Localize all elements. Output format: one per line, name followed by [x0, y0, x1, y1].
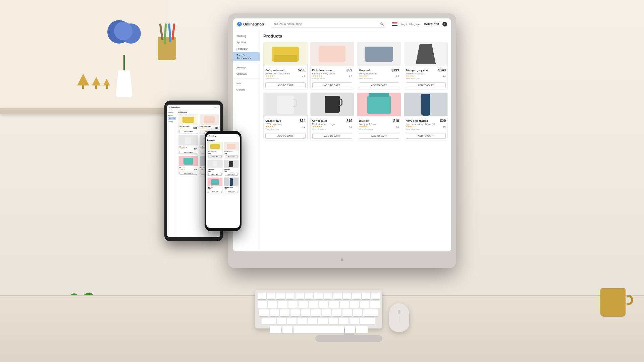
product-info-coffee-mug: Coffee mug $19 Modest plastic design ★★★…	[311, 116, 354, 132]
tablet-img-duvet	[200, 115, 219, 125]
add-to-cart-mug[interactable]: ADD TO CART	[265, 133, 306, 139]
product-stars: ★★★★★	[312, 125, 322, 128]
tablet-sidebar-tees[interactable]: Tees & Acc	[168, 117, 176, 120]
tree-trunk	[82, 85, 84, 89]
phone-price-mug: $14	[208, 170, 222, 172]
cart-badge[interactable]: 2	[442, 22, 447, 26]
add-to-cart-sofa[interactable]: ADD TO CART	[265, 82, 306, 88]
product-stars: ★★★★☆	[265, 75, 275, 77]
key	[298, 318, 307, 325]
product-card-duvet: Pink duvet cover $59 Fashion & cosy text…	[310, 42, 355, 90]
add-to-cart-grey-sofa[interactable]: ADD TO CART	[359, 82, 399, 88]
phone-product-info-sofa: Sofa and couch $299	[208, 150, 222, 155]
price-row: Classic mug $14	[265, 119, 306, 123]
key	[350, 301, 359, 308]
mug-white-shape	[277, 96, 294, 114]
gold-mug	[600, 288, 627, 318]
add-to-cart-chair[interactable]: ADD TO CART	[406, 82, 446, 88]
key-space	[293, 326, 344, 334]
phone-img-box	[208, 178, 222, 186]
product-name: Sofa and couch	[265, 69, 285, 72]
key	[259, 309, 269, 317]
monitor-screen[interactable]: O OnlineShop 🔍 Log in / Register CART: o…	[233, 18, 451, 251]
key	[299, 301, 308, 308]
price-row: Triangle grey chair $149	[406, 68, 446, 72]
product-desc: Very special vibe	[359, 72, 399, 75]
product-price: $59	[346, 68, 352, 72]
product-card-blue-box: Blue box $19 Your jewelry safe ★★★★☆ 4.0…	[357, 93, 401, 140]
sidebar-item-specials[interactable]: Specials	[233, 71, 260, 77]
tablet-add-to-cart-box[interactable]: ADD TO CART	[179, 172, 197, 175]
product-views: View all options	[265, 128, 306, 130]
phone-screen[interactable]: ⊙ OnlineShop 🛒2 Products Sofa and couch …	[206, 134, 240, 228]
tablet-price-mug: $14	[194, 148, 197, 150]
tablet-sidebar-clothing[interactable]: Clothing	[168, 111, 176, 114]
tablet-products-title: Products	[178, 111, 219, 113]
tablet-header: ⊙ OnlineShop CART: 2	[167, 105, 220, 110]
tablet-sidebar-jewelry[interactable]: Jewelry	[168, 120, 176, 123]
tablet-price-row-duvet: ★★★★★ $28	[201, 127, 218, 129]
logo-text: OnlineShop	[243, 22, 264, 26]
shop-ui: O OnlineShop 🔍 Log in / Register CART: o…	[233, 18, 451, 251]
key	[296, 293, 304, 300]
add-to-cart-coffee-mug[interactable]: ADD TO CART	[312, 133, 353, 139]
search-input[interactable]	[271, 21, 386, 27]
sidebar-divider-2	[233, 78, 260, 79]
phone-coffee-shape	[229, 161, 233, 167]
rating-row: ★★★★☆ 4.6	[265, 75, 306, 77]
key	[267, 293, 275, 300]
login-link[interactable]: Log in / Register	[401, 23, 420, 26]
rating-row: ★★★★☆ 4.0	[359, 125, 399, 128]
tablet-product-info-mug: Classic mug ★★★★ $14	[179, 145, 198, 150]
tablet-add-to-cart-mug[interactable]: ADD TO CART	[179, 151, 197, 154]
key	[280, 309, 289, 317]
tablet-sidebar-apparel[interactable]: Apparel	[168, 114, 176, 117]
sidebar-item-info[interactable]: Info	[233, 80, 260, 86]
pencil-1	[159, 23, 164, 40]
add-to-cart-blue-box[interactable]: ADD TO CART	[359, 133, 399, 139]
sidebar-item-apparel[interactable]: Apparel	[233, 39, 260, 46]
keyboard-row-4	[258, 318, 380, 325]
tablet-price-row-box: ★★★★ $19	[179, 169, 197, 171]
key-alt	[282, 326, 292, 334]
product-rating: 4.2	[302, 126, 306, 128]
product-views: View all options	[265, 77, 306, 79]
product-info-grey-sofa: Grey sofa $199 Very special vibe ★★★★☆ 4…	[357, 66, 401, 81]
tablet-sidebar: Clothing Apparel Tees & Acc Jewelry	[167, 110, 177, 237]
sidebar-item-guides[interactable]: Guides	[233, 86, 260, 93]
search-container: 🔍	[271, 21, 386, 27]
cart-label[interactable]: CART: of 3	[424, 22, 439, 26]
sidebar-item-footwear[interactable]: Footwear	[233, 46, 260, 52]
product-name: Pink duvet cover	[312, 69, 334, 72]
phone-add-to-cart-sofa[interactable]: ADD TO CART	[208, 155, 222, 158]
add-to-cart-duvet[interactable]: ADD TO CART	[312, 82, 353, 88]
phone-add-to-cart-mug[interactable]: ADD TO CART	[208, 173, 222, 176]
phone-product-coffee: Coffee mug $19 ADD TO CART	[224, 160, 239, 176]
tablet-add-to-cart[interactable]: ADD TO CART	[179, 130, 197, 133]
sidebar-divider-1	[233, 63, 260, 63]
key	[268, 301, 277, 308]
key	[270, 309, 279, 317]
key-return	[363, 309, 378, 317]
key	[332, 309, 341, 317]
product-name: Triangle grey chair	[406, 69, 430, 72]
key	[309, 301, 318, 308]
sidebar-item-jewelry[interactable]: Jewelry	[233, 64, 260, 71]
key	[362, 293, 370, 300]
key	[342, 309, 352, 317]
phone-add-to-cart-duvet[interactable]: ADD TO CART	[225, 155, 238, 158]
product-price: $19	[346, 119, 352, 123]
phone-box-shape	[211, 179, 219, 185]
sidebar-item-tees[interactable]: Tees & Accessories	[233, 52, 260, 61]
product-views: View all options	[406, 77, 446, 79]
phone-img-thermo	[224, 178, 239, 186]
phone-shop-ui: ⊙ OnlineShop 🛒2 Products Sofa and couch …	[206, 134, 240, 228]
key	[360, 301, 370, 308]
phone-add-to-cart-coffee[interactable]: ADD TO CART	[225, 173, 238, 176]
sidebar-item-clothing[interactable]: Clothing	[233, 33, 260, 39]
add-to-cart-thermo[interactable]: ADD TO CART	[406, 133, 446, 139]
product-name: Grey sofa	[359, 69, 371, 72]
phone-add-to-cart-thermo[interactable]: ADD TO CART	[225, 191, 238, 193]
phone-add-to-cart-box[interactable]: ADD TO CART	[208, 191, 222, 193]
search-icon: 🔍	[380, 22, 384, 26]
